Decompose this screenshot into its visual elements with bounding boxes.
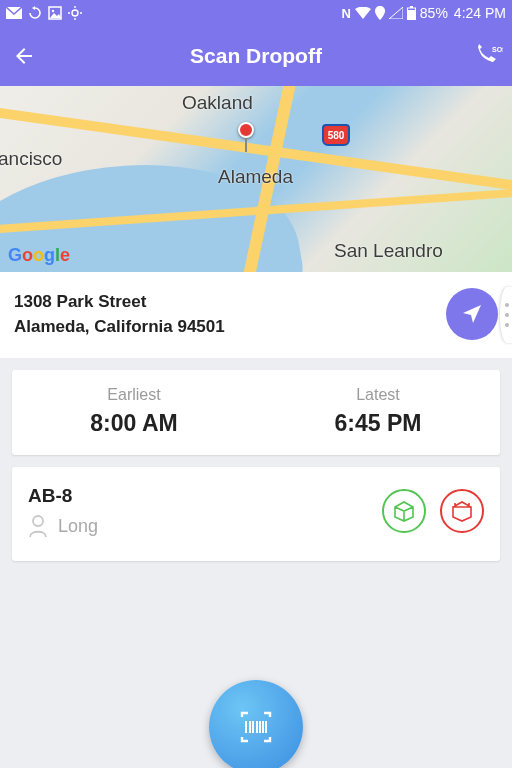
svg-text:SOS: SOS [492, 46, 503, 53]
location-icon [375, 6, 385, 20]
map-label-sanleandro: San Leandro [334, 240, 443, 262]
cell-signal-icon [389, 7, 403, 19]
map-attribution: Google [8, 245, 70, 266]
wifi-icon [355, 7, 371, 19]
map-pin-icon [238, 122, 254, 152]
highway-shield-icon: 580 [322, 124, 350, 146]
navigate-button[interactable] [446, 288, 498, 340]
package-reject-button[interactable] [440, 489, 484, 533]
battery-percent: 85% [420, 5, 448, 21]
svg-rect-10 [407, 10, 415, 20]
sync-icon [28, 6, 42, 20]
map-label-oakland: Oakland [182, 92, 253, 114]
sos-call-button[interactable]: SOS [464, 26, 512, 86]
drawer-handle[interactable] [500, 287, 512, 343]
earliest-label: Earliest [12, 386, 256, 404]
back-button[interactable] [0, 26, 48, 86]
status-bar: N 85% 4:24 PM [0, 0, 512, 26]
nfc-icon: N [341, 6, 350, 21]
package-accept-button[interactable] [382, 489, 426, 533]
address-line1: 1308 Park Street [14, 289, 225, 315]
map-label-sf: ancisco [0, 148, 62, 170]
package-code: AB-8 [28, 485, 98, 507]
settings-icon [68, 6, 82, 20]
time-window-card: Earliest 8:00 AM Latest 6:45 PM [12, 370, 500, 455]
battery-icon [407, 6, 416, 20]
gmail-icon [6, 7, 22, 19]
scan-barcode-button[interactable] [209, 680, 303, 768]
clock: 4:24 PM [454, 5, 506, 21]
earliest-value: 8:00 AM [12, 410, 256, 437]
address-line2: Alameda, California 94501 [14, 314, 225, 340]
map-view[interactable]: 580 Oakland Alameda San Leandro ancisco … [0, 86, 512, 272]
person-icon [28, 515, 48, 537]
svg-point-3 [72, 10, 78, 16]
latest-value: 6:45 PM [256, 410, 500, 437]
package-card: AB-8 Long [12, 467, 500, 561]
svg-point-2 [52, 10, 54, 12]
map-label-alameda: Alameda [218, 166, 293, 188]
recipient-name: Long [58, 516, 98, 537]
app-bar: Scan Dropoff SOS [0, 26, 512, 86]
address-card: 1308 Park Street Alameda, California 945… [0, 272, 512, 358]
latest-label: Latest [256, 386, 500, 404]
image-icon [48, 6, 62, 20]
page-title: Scan Dropoff [0, 44, 512, 68]
svg-point-12 [33, 516, 43, 526]
